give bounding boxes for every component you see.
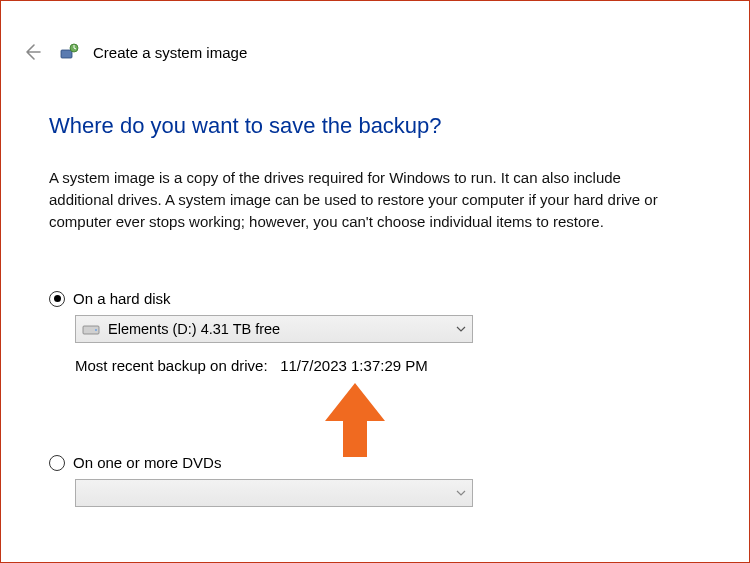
svg-rect-0 (61, 50, 72, 58)
radio-hard-disk[interactable] (49, 291, 65, 307)
hard-drive-icon (82, 322, 100, 336)
option-hard-disk[interactable]: On a hard disk (49, 290, 701, 307)
chevron-down-icon (450, 326, 472, 332)
dvd-select-combo[interactable] (75, 479, 473, 507)
most-recent-backup-label: Most recent backup on drive: (75, 357, 268, 374)
option-dvd-label: On one or more DVDs (73, 454, 221, 471)
drive-select-value: Elements (D:) 4.31 TB free (108, 321, 450, 337)
wizard-header: Create a system image (19, 39, 247, 65)
most-recent-backup: Most recent backup on drive: 11/7/2023 1… (75, 357, 701, 374)
most-recent-backup-value: 11/7/2023 1:37:29 PM (280, 357, 428, 374)
drive-select-combo[interactable]: Elements (D:) 4.31 TB free (75, 315, 473, 343)
option-hard-disk-label: On a hard disk (73, 290, 171, 307)
content-area: Where do you want to save the backup? A … (49, 113, 701, 507)
window-frame: Create a system image Where do you want … (0, 0, 750, 563)
option-dvd[interactable]: On one or more DVDs (49, 454, 701, 471)
chevron-down-icon (450, 490, 472, 496)
back-button[interactable] (19, 39, 45, 65)
radio-dvd[interactable] (49, 455, 65, 471)
svg-point-3 (95, 329, 97, 331)
system-image-icon (59, 42, 79, 62)
page-description: A system image is a copy of the drives r… (49, 167, 689, 232)
page-heading: Where do you want to save the backup? (49, 113, 701, 139)
back-arrow-icon (22, 42, 42, 62)
wizard-title: Create a system image (93, 44, 247, 61)
